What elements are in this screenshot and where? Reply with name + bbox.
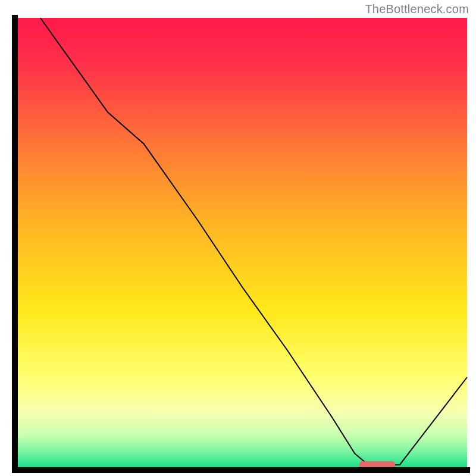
chart-container: TheBottleneck.com xyxy=(0,0,476,476)
bottleneck-chart xyxy=(0,0,476,476)
plot-background xyxy=(18,18,467,467)
watermark-text: TheBottleneck.com xyxy=(365,2,469,16)
